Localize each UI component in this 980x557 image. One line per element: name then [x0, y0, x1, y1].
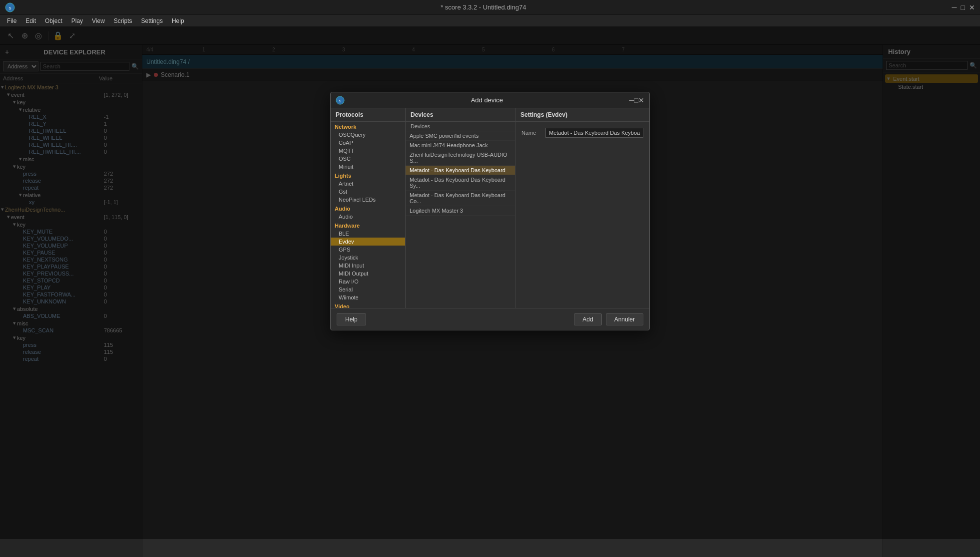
protocols-header: Protocols	[331, 108, 405, 122]
proto-item-midi-output[interactable]: MIDI Output	[331, 270, 405, 278]
add-button[interactable]: Add	[574, 313, 601, 325]
settings-name-row: Name	[521, 128, 643, 138]
proto-item-evdev[interactable]: Evdev	[331, 238, 405, 246]
proto-item-coap[interactable]: CoAP	[331, 139, 405, 147]
svg-text:S: S	[8, 6, 11, 10]
menu-view[interactable]: View	[88, 16, 109, 25]
proto-item-osc[interactable]: OSC	[331, 155, 405, 163]
cancel-button[interactable]: Annuler	[606, 313, 643, 325]
dialog-logo: S	[336, 96, 345, 105]
device-name-input[interactable]	[545, 128, 643, 138]
window-title: * score 3.3.2 - Untitled.ding74	[15, 3, 952, 11]
proto-item-gst[interactable]: Gst	[331, 188, 405, 196]
dialog-close-button[interactable]: ✕	[638, 96, 644, 104]
dialog-body: Protocols Network OSCQuery CoAP MQTT OSC…	[331, 108, 649, 308]
menu-object[interactable]: Object	[41, 16, 66, 25]
menu-bar: File Edit Object Play View Scripts Setti…	[0, 15, 980, 27]
close-button[interactable]: ✕	[969, 3, 975, 11]
help-button[interactable]: Help	[337, 313, 366, 325]
proto-item-minuit[interactable]: Minuit	[331, 163, 405, 171]
proto-item-neopixel[interactable]: NeoPixel LEDs	[331, 196, 405, 204]
settings-header: Settings (Evdev)	[515, 108, 649, 122]
protocols-list: Network OSCQuery CoAP MQTT OSC Minuit Li…	[331, 122, 405, 308]
menu-scripts[interactable]: Scripts	[110, 16, 136, 25]
minimize-button[interactable]: ─	[952, 3, 957, 11]
app-logo: S	[5, 2, 15, 12]
device-item-zhenhui[interactable]: ZhenHuiDesignTechnology USB-AUDIO S...	[406, 150, 515, 166]
menu-help[interactable]: Help	[168, 16, 188, 25]
dialog-restore-button[interactable]: □	[634, 96, 638, 104]
device-item-logitech[interactable]: Logitech MX Master 3	[406, 206, 515, 216]
maximize-button[interactable]: □	[961, 3, 965, 11]
proto-group-lights: Lights	[331, 171, 405, 180]
dialog-title: Add device	[345, 96, 629, 104]
menu-settings[interactable]: Settings	[137, 16, 167, 25]
svg-text:S: S	[339, 98, 342, 103]
proto-group-network: Network	[331, 122, 405, 131]
proto-item-ble[interactable]: BLE	[331, 230, 405, 238]
device-item-metadot-sy[interactable]: Metadot - Das Keyboard Das Keyboard Sy..…	[406, 175, 515, 191]
add-device-dialog: S Add device ─ □ ✕ Protocols Network OSC…	[330, 92, 650, 330]
proto-item-wiimote[interactable]: Wiimote	[331, 293, 405, 301]
dialog-footer: Help Add Annuler	[331, 308, 649, 330]
proto-group-video: Video	[331, 301, 405, 308]
proto-group-audio: Audio	[331, 204, 405, 213]
device-item-apple-smc[interactable]: Apple SMC power/lid events	[406, 131, 515, 141]
menu-play[interactable]: Play	[67, 16, 87, 25]
devices-list: Apple SMC power/lid events Mac mini J474…	[406, 131, 515, 308]
settings-panel: Settings (Evdev) Name	[515, 108, 649, 308]
menu-edit[interactable]: Edit	[21, 16, 40, 25]
proto-item-oscquery[interactable]: OSCQuery	[331, 131, 405, 139]
device-item-mac-mini[interactable]: Mac mini J474 Headphone Jack	[406, 141, 515, 150]
devices-subheader: Devices	[406, 122, 515, 131]
window-controls: ─ □ ✕	[952, 3, 975, 11]
proto-item-serial[interactable]: Serial	[331, 285, 405, 293]
proto-item-audio[interactable]: Audio	[331, 213, 405, 221]
menu-file[interactable]: File	[3, 16, 20, 25]
device-item-metadot-kb[interactable]: Metadot - Das Keyboard Das Keyboard	[406, 166, 515, 175]
proto-item-mqtt[interactable]: MQTT	[331, 147, 405, 155]
modal-overlay: S Add device ─ □ ✕ Protocols Network OSC…	[0, 27, 980, 539]
name-label: Name	[521, 130, 541, 136]
title-bar: S * score 3.3.2 - Untitled.ding74 ─ □ ✕	[0, 0, 980, 15]
settings-body: Name	[515, 122, 649, 308]
device-item-metadot-co[interactable]: Metadot - Das Keyboard Das Keyboard Co..…	[406, 191, 515, 206]
devices-panel: Devices Devices Apple SMC power/lid even…	[406, 108, 515, 308]
dialog-titlebar: S Add device ─ □ ✕	[331, 92, 649, 108]
proto-item-gps[interactable]: GPS	[331, 246, 405, 254]
dialog-minimize-button[interactable]: ─	[629, 96, 634, 104]
proto-group-hardware: Hardware	[331, 221, 405, 230]
proto-item-joystick[interactable]: Joystick	[331, 254, 405, 262]
devices-header: Devices	[406, 108, 515, 122]
proto-item-rawio[interactable]: Raw I/O	[331, 278, 405, 285]
proto-item-midi-input[interactable]: MIDI Input	[331, 262, 405, 270]
proto-item-artnet[interactable]: Artnet	[331, 180, 405, 188]
protocols-panel: Protocols Network OSCQuery CoAP MQTT OSC…	[331, 108, 406, 308]
